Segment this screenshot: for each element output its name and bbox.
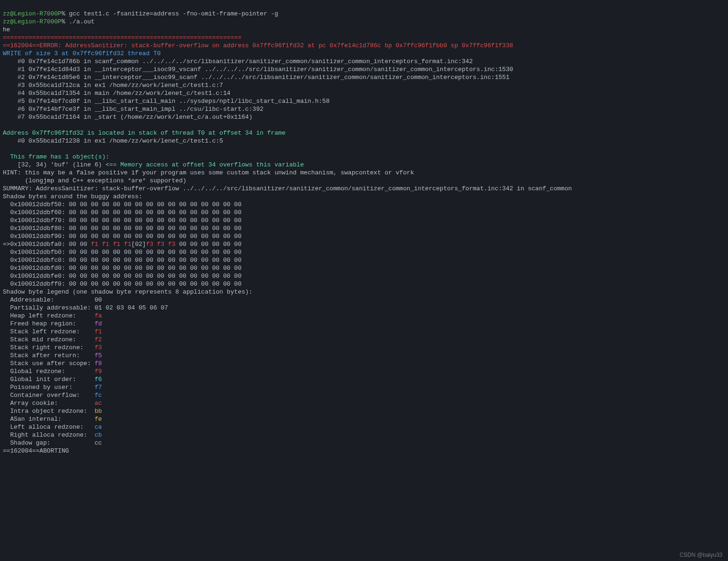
shadow-row: 0x100012ddbfb0: 00 00 00 00 00 00 00 00 … <box>3 249 242 256</box>
legend-code: f5 <box>94 352 102 359</box>
legend-hdr: Shadow byte legend (one shadow byte repr… <box>3 288 252 295</box>
legend-code: f8 <box>94 360 102 367</box>
bt-3: #3 0x55bca1d712ca in ex1 /home/zz/work/l… <box>3 82 223 89</box>
stdout: he <box>3 26 10 33</box>
bt-5: #5 0x7fe14bf7cd8f in __libc_start_call_m… <box>3 98 329 105</box>
legend-code: fc <box>94 392 102 399</box>
legend-row: Global init order: <box>3 376 94 383</box>
legend-code: f7 <box>94 384 102 391</box>
obj-hdr: This frame has 1 object(s): <box>3 153 109 160</box>
shadow-row: 0x100012ddbfd0: 00 00 00 00 00 00 00 00 … <box>3 265 242 272</box>
legend-code: fa <box>94 312 102 319</box>
legend-row: Stack left redzone: <box>3 328 94 335</box>
legend-row: Intra object redzone: <box>3 408 94 415</box>
shadow-row: 0x100012ddbf70: 00 00 00 00 00 00 00 00 … <box>3 217 242 224</box>
legend-row: ASan internal: <box>3 416 94 423</box>
legend-row: Container overflow: <box>3 392 94 399</box>
legend-code: f9 <box>94 368 102 375</box>
legend-row: Poisoned by user: <box>3 384 94 391</box>
bt-2: #2 0x7fe14c1d85e6 in __interceptor___iso… <box>3 74 509 81</box>
legend-code: cc <box>94 439 102 446</box>
summary: SUMMARY: AddressSanitizer: stack-buffer-… <box>3 185 572 192</box>
bt-7: #7 0x55bca1d71164 in _start (/home/zz/wo… <box>3 114 252 121</box>
frame-line: #0 0x55bca1d71238 in ex1 /home/zz/work/l… <box>3 137 223 144</box>
overflow-marker: <== Memory access at offset 34 overflows… <box>106 161 304 168</box>
legend-row: Shadow gap: <box>3 439 94 446</box>
legend-row: Global redzone: <box>3 368 94 375</box>
command-1: gcc test1.c -fsanitize=address -fno-omit… <box>69 10 278 17</box>
legend-code: f3 <box>94 344 102 351</box>
legend-code: 00 <box>94 296 102 303</box>
legend-code: fe <box>94 416 102 423</box>
legend-row: Stack after return: <box>3 352 94 359</box>
shadow-row: 0x100012ddbf60: 00 00 00 00 00 00 00 00 … <box>3 209 242 216</box>
legend-row: Stack right redzone: <box>3 344 94 351</box>
shadow-row: 0x100012ddbfc0: 00 00 00 00 00 00 00 00 … <box>3 257 242 264</box>
bt-1: #1 0x7fe14c1d84d3 in __interceptor___iso… <box>3 66 513 73</box>
legend-code: f2 <box>94 336 102 343</box>
shadow-row: 0x100012ddbff0: 00 00 00 00 00 00 00 00 … <box>3 280 242 288</box>
shadow-row: 0x100012ddbf80: 00 00 00 00 00 00 00 00 … <box>3 225 242 232</box>
asan-addr: Address 0x7ffc96f1fd32 is located in sta… <box>3 129 285 137</box>
legend-code: bb <box>94 408 102 415</box>
command-2: ./a.out <box>69 18 94 25</box>
shadow-hdr: Shadow bytes around the buggy address: <box>3 193 143 200</box>
shadow-row: 0x100012ddbf90: 00 00 00 00 00 00 00 00 … <box>3 233 242 240</box>
shadow-row: 0x100012ddbfe0: 00 00 00 00 00 00 00 00 … <box>3 273 242 280</box>
hint-0: HINT: this may be a false positive if yo… <box>3 169 414 176</box>
legend-code: ca <box>94 424 102 431</box>
legend-code: f1 <box>94 328 102 335</box>
legend-code: 01 02 03 04 05 06 07 <box>94 304 168 311</box>
legend: Addressable: 00 Partially addressable: 0… <box>3 296 725 447</box>
asan-error: ==162004==ERROR: AddressSanitizer: stack… <box>3 42 513 49</box>
legend-row: Right alloca redzone: <box>3 432 94 439</box>
hint-1: (longjmp and C++ exceptions *are* suppor… <box>3 177 186 184</box>
bt-4: #4 0x55bca1d71354 in main /home/zz/work/… <box>3 90 230 97</box>
legend-code: cb <box>94 432 102 439</box>
legend-row: Array cookie: <box>3 400 94 407</box>
legend-row: Left alloca redzone: <box>3 424 94 431</box>
shadow-now: =>0x100012ddbfa0: 00 00 <box>3 241 91 248</box>
legend-row: Stack use after scope: <box>3 360 94 367</box>
legend-row: Addressable: <box>3 296 94 303</box>
prompt-user: zz <box>3 10 10 17</box>
legend-row: Partially addressable: <box>3 304 94 311</box>
legend-row: Stack mid redzone: <box>3 336 94 343</box>
shadow-row: 0x100012ddbf50: 00 00 00 00 00 00 00 00 … <box>3 201 242 208</box>
legend-code: ac <box>94 400 102 407</box>
legend-code: fd <box>94 320 102 327</box>
aborting: ==162004==ABORTING <box>3 447 69 454</box>
legend-row: Freed heap region: <box>3 320 94 327</box>
legend-code: f6 <box>94 376 102 383</box>
bt-6: #6 0x7fe14bf7ce3f in __libc_start_main_i… <box>3 106 264 113</box>
rule: ========================================… <box>3 34 242 41</box>
terminal-output[interactable]: zz@Legion-R7000P% gcc test1.c -fsanitize… <box>0 0 728 456</box>
asan-write: WRITE of size 3 at 0x7ffc96f1fd32 thread… <box>3 50 161 57</box>
bt-0: #0 0x7fe14c1d786b in scanf_common ../../… <box>3 58 473 65</box>
legend-row: Heap left redzone: <box>3 312 94 319</box>
